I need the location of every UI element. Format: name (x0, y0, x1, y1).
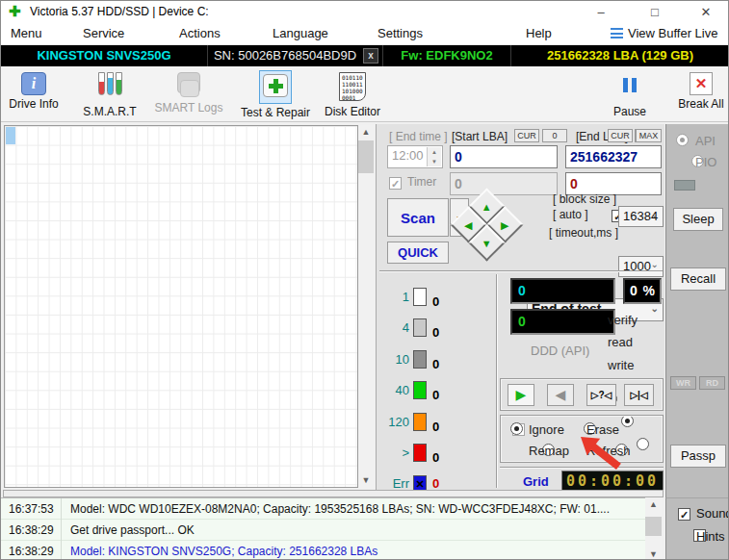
vertical-divider (496, 274, 498, 488)
section-divider (500, 467, 664, 469)
api-label: API (695, 134, 716, 148)
scanned-block-cell (6, 127, 15, 144)
end-time-value: 12:00 (392, 148, 424, 163)
menu-item-menu[interactable]: Menu (11, 26, 42, 40)
lba-position-display: 0 (510, 278, 615, 304)
log-scroll-thumb[interactable] (645, 517, 662, 536)
back-icon: ◀ (556, 387, 566, 402)
end-lba-cur-button2[interactable]: CUR (608, 129, 633, 142)
end-lba-input[interactable] (565, 145, 662, 168)
smart-label: S.M.A.R.T (74, 105, 145, 118)
block-size-combo[interactable]: 16384⌄ (618, 206, 664, 227)
smart-button[interactable]: S.M.A.R.T (74, 70, 145, 120)
wr-button: WR (670, 376, 696, 390)
counter-swatch (413, 318, 427, 337)
pause-button[interactable]: Pause (594, 70, 665, 120)
menu-item-service[interactable]: Service (83, 26, 124, 40)
sound-checkbox[interactable] (678, 508, 690, 521)
counter-swatch (413, 444, 427, 462)
start-lba-cur-button[interactable]: CUR (514, 129, 539, 142)
menu-item-help[interactable]: Help (526, 26, 552, 40)
timer-label: Timer (407, 175, 436, 189)
drive-info-label: Drive Info (0, 97, 69, 111)
counter-swatch (413, 350, 427, 369)
disk-editor-button[interactable]: 010110 110011 101000 0001 Disk Editor (317, 70, 388, 120)
timeout-label: [ timeout,ms ] (549, 226, 618, 240)
app-icon: ✚ (9, 4, 24, 19)
speed-display: 0 (510, 309, 615, 335)
rd-button: RD (699, 376, 725, 390)
section-divider (379, 270, 663, 272)
back-button[interactable]: ◀ (547, 384, 574, 406)
device-close-button[interactable]: x (363, 48, 378, 64)
smart-testtubes-icon (97, 72, 123, 103)
scan-button[interactable]: Scan (387, 198, 449, 237)
smart-logs-button: SMART Logs (153, 70, 224, 120)
disk-editor-icon: 010110 110011 101000 0001 (339, 72, 366, 101)
device-info-bar: KINGSTON SNVS250G SN: 50026B768504BD9D x… (1, 45, 728, 66)
start-lba-zero-button[interactable]: 0 (542, 129, 567, 142)
break-all-label: Break All (665, 97, 729, 111)
seek-error-button[interactable]: ▷?◁ (586, 384, 616, 406)
break-all-button[interactable]: ✕ Break All (665, 70, 729, 120)
menu-item-settings[interactable]: Settings (378, 26, 423, 40)
grid-scroll-up-icon[interactable]: ▲ (358, 125, 374, 140)
log-scroll-up-icon[interactable]: ▲ (645, 497, 662, 512)
start-lba-input[interactable] (450, 145, 558, 168)
ddd-api-label: DDD (API) (531, 344, 589, 358)
counter-swatch (413, 413, 427, 431)
chevron-down-icon: ⌄ (651, 303, 659, 314)
minimize-button[interactable]: – (583, 1, 619, 23)
nav-down-icon: ▼ (476, 232, 498, 255)
test-repair-label: Test & Repair (240, 106, 311, 119)
timeout-combo[interactable]: 1000⌄ (618, 256, 664, 277)
menu-item-language[interactable]: Language (273, 26, 328, 40)
maximize-button[interactable]: □ (637, 1, 673, 23)
log-scrollbar[interactable]: ▲ ▼ (645, 497, 662, 560)
toolbar: i Drive Info S.M.A.R.T SMART Logs Test &… (1, 66, 728, 122)
test-repair-button[interactable]: Test & Repair (240, 70, 311, 120)
passp-button[interactable]: Passp (670, 445, 726, 468)
ignore-radio[interactable] (510, 422, 523, 435)
read-label: read (608, 335, 633, 349)
quick-button[interactable]: QUICK (387, 242, 449, 264)
footer-panel: Sound Hints (665, 497, 729, 560)
scan-grid-map[interactable] (4, 125, 358, 488)
counter-swatch (413, 381, 427, 399)
log-row: 16:38:29 Model: KINGSTON SNVS250G; Capac… (1, 541, 645, 560)
remap-label: Remap (529, 444, 569, 458)
grid-scrollbar[interactable]: ▲ ▼ (358, 125, 374, 488)
chevron-down-icon: ⌄ (651, 259, 659, 269)
step-button[interactable]: ▷|◁ (624, 384, 654, 406)
victoria-window: ✚ Victoria 5.37 HDD/SSD | Device C: – □ … (0, 0, 729, 560)
timer-checkbox (389, 177, 402, 190)
block-size-label: [ block size ] (553, 192, 616, 206)
log-panel: 16:37:53 Model: WDC WD10EZEX-08M2NA0; Ca… (1, 497, 645, 560)
sleep-button[interactable]: Sleep (673, 208, 723, 231)
close-button[interactable]: ✕ (688, 1, 724, 23)
pause-label: Pause (594, 105, 665, 118)
transport-box: ▶ ◀ ▷?◁ ▷|◁ (500, 378, 664, 411)
drive-info-icon: i (21, 72, 46, 95)
view-buffer-live-button[interactable]: View Buffer Live (611, 26, 717, 40)
menu-item-actions[interactable]: Actions (179, 26, 221, 40)
counter-row-4: 40 (384, 318, 439, 342)
end-lba-max-button[interactable]: MAX (636, 129, 662, 142)
smart-logs-label: SMART Logs (153, 101, 224, 115)
grid-scroll-thumb[interactable] (358, 140, 374, 173)
control-panel: [ End time ] [Start LBA] CUR 0 [End LBA]… (376, 124, 664, 490)
drive-info-button[interactable]: i Drive Info (0, 70, 69, 120)
recall-button[interactable]: Recall (670, 267, 726, 291)
device-firmware: Fw: EDFK9NO2 (382, 45, 511, 66)
progress-strip (3, 490, 664, 497)
play-button[interactable]: ▶ (508, 384, 534, 406)
log-scroll-down-icon[interactable]: ▼ (645, 547, 662, 560)
play-icon: ▶ (516, 387, 527, 402)
spinner-arrows-icon: ▲▼ (427, 147, 441, 166)
percent-display: 0% (623, 278, 662, 304)
pause-icon (621, 72, 638, 103)
counter-row-gt: >0 (384, 444, 439, 467)
grid-scroll-down-icon[interactable]: ▼ (358, 473, 374, 488)
right-sidebar: API PIO Sleep Recall WR RD Passp (665, 124, 729, 560)
status-led (674, 180, 695, 191)
